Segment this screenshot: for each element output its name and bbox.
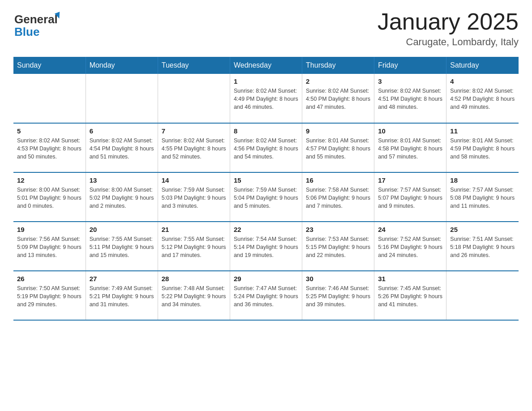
day-number: 8 [234, 127, 298, 135]
day-number: 21 [162, 226, 226, 233]
calendar-header-row: Sunday Monday Tuesday Wednesday Thursday… [13, 57, 519, 74]
day-number: 15 [234, 176, 298, 184]
day-info: Sunrise: 7:54 AM Sunset: 5:14 PM Dayligh… [234, 235, 298, 259]
calendar-day [86, 74, 158, 123]
header-sunday: Sunday [13, 57, 86, 74]
day-number: 18 [450, 176, 515, 184]
calendar-day: 28Sunrise: 7:48 AM Sunset: 5:22 PM Dayli… [158, 271, 230, 320]
calendar-day: 4Sunrise: 8:02 AM Sunset: 4:52 PM Daylig… [446, 74, 519, 123]
day-info: Sunrise: 7:48 AM Sunset: 5:22 PM Dayligh… [162, 284, 226, 308]
calendar-day: 9Sunrise: 8:01 AM Sunset: 4:57 PM Daylig… [302, 123, 374, 172]
day-number: 1 [234, 77, 298, 85]
calendar-day: 1Sunrise: 8:02 AM Sunset: 4:49 PM Daylig… [230, 74, 302, 123]
day-info: Sunrise: 8:02 AM Sunset: 4:49 PM Dayligh… [234, 87, 298, 111]
calendar-day: 26Sunrise: 7:50 AM Sunset: 5:19 PM Dayli… [13, 271, 86, 320]
calendar-day: 11Sunrise: 8:01 AM Sunset: 4:59 PM Dayli… [446, 123, 519, 172]
day-number: 12 [17, 176, 82, 184]
day-number: 22 [234, 226, 298, 233]
calendar-day: 7Sunrise: 8:02 AM Sunset: 4:55 PM Daylig… [158, 123, 230, 172]
svg-text:General: General [14, 13, 58, 26]
header-saturday: Saturday [446, 57, 519, 74]
day-number: 19 [17, 226, 82, 233]
calendar-day: 22Sunrise: 7:54 AM Sunset: 5:14 PM Dayli… [230, 222, 302, 271]
calendar-day: 16Sunrise: 7:58 AM Sunset: 5:06 PM Dayli… [302, 172, 374, 222]
day-number: 2 [306, 77, 370, 85]
day-number: 29 [234, 275, 298, 283]
day-info: Sunrise: 7:52 AM Sunset: 5:16 PM Dayligh… [378, 235, 442, 259]
calendar-day: 12Sunrise: 8:00 AM Sunset: 5:01 PM Dayli… [13, 172, 86, 222]
calendar-day: 14Sunrise: 7:59 AM Sunset: 5:03 PM Dayli… [158, 172, 230, 222]
day-info: Sunrise: 7:55 AM Sunset: 5:12 PM Dayligh… [162, 235, 226, 259]
day-number: 16 [306, 176, 370, 184]
day-info: Sunrise: 7:59 AM Sunset: 5:04 PM Dayligh… [234, 186, 298, 210]
month-title: January 2025 [378, 9, 519, 34]
day-number: 5 [17, 127, 82, 135]
calendar-day: 23Sunrise: 7:53 AM Sunset: 5:15 PM Dayli… [302, 222, 374, 271]
calendar-day: 27Sunrise: 7:49 AM Sunset: 5:21 PM Dayli… [86, 271, 158, 320]
day-info: Sunrise: 8:02 AM Sunset: 4:54 PM Dayligh… [90, 137, 154, 161]
day-info: Sunrise: 8:02 AM Sunset: 4:51 PM Dayligh… [378, 87, 442, 111]
day-info: Sunrise: 8:01 AM Sunset: 4:59 PM Dayligh… [450, 137, 515, 161]
calendar-day: 25Sunrise: 7:51 AM Sunset: 5:18 PM Dayli… [446, 222, 519, 271]
calendar-table: Sunday Monday Tuesday Wednesday Thursday… [13, 57, 519, 321]
day-info: Sunrise: 7:45 AM Sunset: 5:26 PM Dayligh… [378, 284, 442, 308]
day-number: 23 [306, 226, 370, 233]
day-info: Sunrise: 8:00 AM Sunset: 5:02 PM Dayligh… [90, 186, 154, 210]
header-friday: Friday [374, 57, 446, 74]
day-info: Sunrise: 8:01 AM Sunset: 4:57 PM Dayligh… [306, 137, 370, 161]
title-area: January 2025 Carugate, Lombardy, Italy [378, 9, 519, 48]
day-info: Sunrise: 8:02 AM Sunset: 4:55 PM Dayligh… [162, 137, 226, 161]
calendar-day: 10Sunrise: 8:01 AM Sunset: 4:58 PM Dayli… [374, 123, 446, 172]
day-info: Sunrise: 7:57 AM Sunset: 5:08 PM Dayligh… [450, 186, 515, 210]
calendar-week-4: 19Sunrise: 7:56 AM Sunset: 5:09 PM Dayli… [13, 222, 519, 271]
day-info: Sunrise: 7:50 AM Sunset: 5:19 PM Dayligh… [17, 284, 82, 308]
day-info: Sunrise: 7:51 AM Sunset: 5:18 PM Dayligh… [450, 235, 515, 259]
calendar-day: 5Sunrise: 8:02 AM Sunset: 4:53 PM Daylig… [13, 123, 86, 172]
day-number: 25 [450, 226, 515, 233]
calendar-day: 21Sunrise: 7:55 AM Sunset: 5:12 PM Dayli… [158, 222, 230, 271]
day-number: 24 [378, 226, 442, 233]
day-info: Sunrise: 8:02 AM Sunset: 4:52 PM Dayligh… [450, 87, 515, 111]
calendar-day: 3Sunrise: 8:02 AM Sunset: 4:51 PM Daylig… [374, 74, 446, 123]
logo-svg: General Blue [13, 9, 67, 40]
day-number: 9 [306, 127, 370, 135]
calendar-day: 24Sunrise: 7:52 AM Sunset: 5:16 PM Dayli… [374, 222, 446, 271]
day-number: 10 [378, 127, 442, 135]
day-number: 3 [378, 77, 442, 85]
day-number: 26 [17, 275, 82, 283]
calendar-day: 31Sunrise: 7:45 AM Sunset: 5:26 PM Dayli… [374, 271, 446, 320]
header-monday: Monday [86, 57, 158, 74]
page-header: General Blue January 2025 Carugate, Lomb… [13, 9, 519, 48]
day-number: 6 [90, 127, 154, 135]
header-tuesday: Tuesday [158, 57, 230, 74]
day-info: Sunrise: 7:59 AM Sunset: 5:03 PM Dayligh… [162, 186, 226, 210]
header-wednesday: Wednesday [230, 57, 302, 74]
day-number: 17 [378, 176, 442, 184]
day-info: Sunrise: 7:56 AM Sunset: 5:09 PM Dayligh… [17, 235, 82, 259]
day-number: 14 [162, 176, 226, 184]
day-info: Sunrise: 8:02 AM Sunset: 4:53 PM Dayligh… [17, 137, 82, 161]
day-number: 20 [90, 226, 154, 233]
day-number: 11 [450, 127, 515, 135]
calendar-day: 6Sunrise: 8:02 AM Sunset: 4:54 PM Daylig… [86, 123, 158, 172]
calendar-day: 20Sunrise: 7:55 AM Sunset: 5:11 PM Dayli… [86, 222, 158, 271]
day-number: 13 [90, 176, 154, 184]
calendar-day: 17Sunrise: 7:57 AM Sunset: 5:07 PM Dayli… [374, 172, 446, 222]
calendar-day [158, 74, 230, 123]
day-info: Sunrise: 8:02 AM Sunset: 4:56 PM Dayligh… [234, 137, 298, 161]
day-number: 27 [90, 275, 154, 283]
day-info: Sunrise: 8:01 AM Sunset: 4:58 PM Dayligh… [378, 137, 442, 161]
calendar-day: 29Sunrise: 7:47 AM Sunset: 5:24 PM Dayli… [230, 271, 302, 320]
day-info: Sunrise: 7:46 AM Sunset: 5:25 PM Dayligh… [306, 284, 370, 308]
day-info: Sunrise: 7:49 AM Sunset: 5:21 PM Dayligh… [90, 284, 154, 308]
logo: General Blue [13, 9, 67, 40]
calendar-week-3: 12Sunrise: 8:00 AM Sunset: 5:01 PM Dayli… [13, 172, 519, 222]
calendar-week-2: 5Sunrise: 8:02 AM Sunset: 4:53 PM Daylig… [13, 123, 519, 172]
calendar-day: 2Sunrise: 8:02 AM Sunset: 4:50 PM Daylig… [302, 74, 374, 123]
day-info: Sunrise: 7:55 AM Sunset: 5:11 PM Dayligh… [90, 235, 154, 259]
day-info: Sunrise: 8:00 AM Sunset: 5:01 PM Dayligh… [17, 186, 82, 210]
svg-text:Blue: Blue [14, 25, 39, 39]
calendar-day [13, 74, 86, 123]
day-number: 7 [162, 127, 226, 135]
day-info: Sunrise: 8:02 AM Sunset: 4:50 PM Dayligh… [306, 87, 370, 111]
